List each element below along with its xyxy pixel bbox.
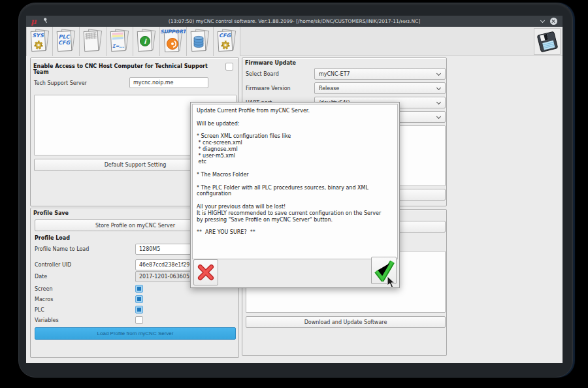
variables-checkbox[interactable] bbox=[135, 316, 143, 324]
sigma-document-icon: Σ=... bbox=[108, 29, 131, 55]
window-title: (13:07:50) myCNC control software. Ver:1… bbox=[26, 18, 563, 24]
firmware-version-dropdown[interactable]: Release bbox=[314, 82, 446, 94]
enable-access-label: Enable Access to CNC Host Computer for T… bbox=[33, 63, 224, 75]
svg-text:CFG: CFG bbox=[58, 40, 71, 46]
controller-uid-label: Controller UID bbox=[35, 262, 71, 268]
plc-cfg-document-icon: PLC CFG bbox=[55, 29, 77, 55]
info-document-icon: i bbox=[135, 29, 157, 55]
firmware-update-title: Firmware Update bbox=[245, 60, 296, 66]
cfg-document-gear-icon: CFG bbox=[216, 29, 238, 55]
tech-support-server-label: Tech Support Server bbox=[34, 80, 87, 86]
chevron-down-icon bbox=[436, 100, 441, 105]
date-label: Date bbox=[35, 274, 47, 280]
tech-support-server-input[interactable] bbox=[129, 77, 208, 88]
mouse-cursor bbox=[387, 276, 395, 291]
svg-text:SUPPORT: SUPPORT bbox=[160, 29, 186, 35]
toolbar-database-button[interactable] bbox=[187, 27, 214, 56]
screen-checkbox[interactable] bbox=[135, 285, 143, 293]
profile-name-label: Profile Name to Load bbox=[35, 246, 89, 252]
floppy-disk-icon bbox=[537, 31, 558, 52]
load-profile-button[interactable]: Load Profile from myCNC Server bbox=[35, 327, 236, 340]
profile-load-title: Profile Load bbox=[35, 235, 70, 241]
hatched-document-icon bbox=[82, 29, 104, 55]
toolbar-plc-cfg-button[interactable]: PLC CFG bbox=[53, 27, 80, 56]
sys-document-gear-icon: SYS bbox=[29, 29, 51, 55]
svg-text:CFG: CFG bbox=[219, 33, 231, 39]
chevron-down-icon bbox=[436, 86, 441, 90]
firmware-version-value: Release bbox=[319, 86, 339, 91]
macros-checkbox[interactable] bbox=[135, 295, 143, 303]
toolbar-info-button[interactable]: i bbox=[133, 27, 160, 56]
toolbar-report-button[interactable] bbox=[80, 27, 106, 56]
toolbar-sys-button[interactable]: SYS bbox=[26, 27, 53, 56]
plc-checkbox[interactable] bbox=[135, 306, 143, 314]
red-x-icon bbox=[197, 263, 215, 282]
dialog-message: Update Current Profile from myCNC Server… bbox=[192, 104, 398, 259]
titlebar: μ (13:07:50) myCNC control software. Ver… bbox=[26, 16, 563, 27]
select-board-value: myCNC-ET7 bbox=[319, 71, 350, 77]
download-update-software-button[interactable]: Download and Update Software bbox=[246, 316, 446, 328]
toolbar-support-button[interactable]: SUPPORT bbox=[160, 27, 187, 56]
confirm-dialog: Update Current Profile from myCNC Server… bbox=[190, 102, 400, 288]
toolbar-variables-button[interactable]: Σ=... bbox=[106, 27, 133, 56]
profile-save-title: Profile Save bbox=[33, 210, 69, 216]
save-profile-button[interactable] bbox=[534, 28, 561, 55]
cancel-button[interactable] bbox=[193, 259, 218, 285]
database-document-icon bbox=[189, 29, 211, 55]
svg-text:Σ=...: Σ=... bbox=[112, 44, 125, 49]
minimize-chevron-icon[interactable] bbox=[540, 18, 545, 22]
macros-checkbox-label: Macros bbox=[35, 297, 53, 302]
svg-text:PLC: PLC bbox=[59, 34, 71, 40]
close-icon[interactable] bbox=[550, 18, 557, 25]
chevron-down-icon bbox=[436, 71, 441, 76]
select-board-dropdown[interactable]: myCNC-ET7 bbox=[314, 68, 446, 80]
app-window: μ (13:07:50) myCNC control software. Ver… bbox=[26, 16, 563, 363]
firmware-version-label: Firmware Version bbox=[246, 86, 291, 91]
plc-checkbox-label: PLC bbox=[35, 307, 44, 313]
svg-text:SYS: SYS bbox=[32, 33, 44, 39]
enable-access-checkbox[interactable] bbox=[225, 63, 233, 71]
screen-checkbox-label: Screen bbox=[35, 286, 53, 292]
select-board-label: Select Board bbox=[246, 71, 279, 77]
chevron-down-icon bbox=[436, 114, 441, 119]
support-phone-icon: SUPPORT bbox=[160, 28, 186, 56]
variables-checkbox-label: Variables bbox=[35, 317, 59, 323]
toolbar: SYS PLC CFG bbox=[26, 27, 563, 56]
toolbar-cfg-button[interactable]: CFG bbox=[214, 27, 240, 56]
